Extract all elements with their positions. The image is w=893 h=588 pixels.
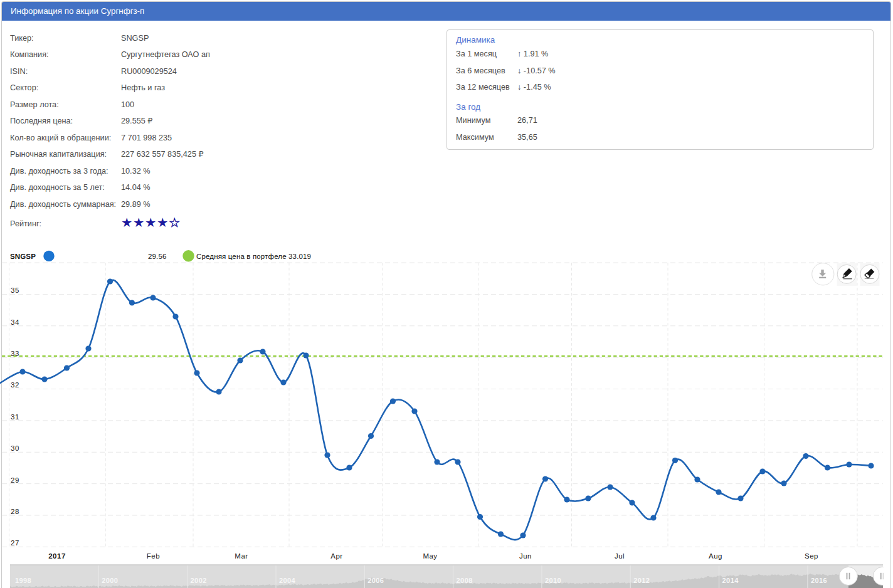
svg-text:30: 30 [11,444,19,452]
svg-text:29: 29 [11,476,19,484]
svg-text:2004: 2004 [279,577,296,584]
svg-text:31: 31 [11,413,19,421]
svg-text:2006: 2006 [367,577,384,584]
svg-text:1998: 1998 [15,577,31,584]
svg-text:Mar: Mar [235,552,248,560]
svg-text:2008: 2008 [457,577,473,584]
svg-text:29.56: 29.56 [148,253,167,260]
svg-text:Aug: Aug [709,552,722,560]
svg-text:2002: 2002 [191,577,207,584]
svg-text:2014: 2014 [722,577,739,584]
svg-text:2010: 2010 [545,577,561,584]
svg-text:Apr: Apr [330,552,342,560]
svg-text:Feb: Feb [147,552,160,560]
svg-text:Sep: Sep [805,552,818,560]
svg-text:33: 33 [11,350,19,357]
svg-text:SNGSP: SNGSP [10,253,36,260]
svg-text:32: 32 [11,381,19,389]
svg-text:27: 27 [11,539,19,547]
svg-text:2016: 2016 [811,577,827,584]
svg-text:2017: 2017 [48,552,66,560]
svg-text:35: 35 [11,286,19,294]
svg-text:Jul: Jul [615,552,625,560]
svg-text:28: 28 [11,508,19,515]
svg-text:2000: 2000 [102,577,118,584]
svg-text:2012: 2012 [633,577,650,584]
svg-text:May: May [423,552,437,560]
svg-text:Jun: Jun [519,552,532,560]
svg-text:34: 34 [11,318,19,326]
svg-text:Средняя цена в портфеле 33.019: Средняя цена в портфеле 33.019 [196,253,311,260]
